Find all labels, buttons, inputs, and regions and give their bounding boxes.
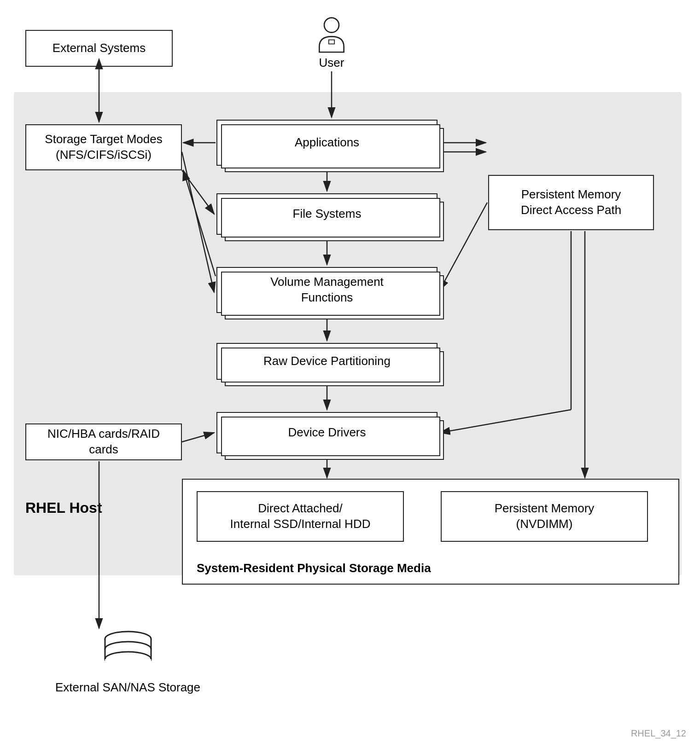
user-label: User	[319, 56, 344, 70]
storage-target-box: Storage Target Modes (NFS/CIFS/iSCSi)	[25, 124, 182, 170]
system-resident-box: Direct Attached/ Internal SSD/Internal H…	[182, 479, 679, 585]
svg-point-0	[324, 18, 339, 33]
volume-management-box: Volume Management Functions	[216, 267, 438, 313]
device-drivers-box: Device Drivers	[216, 412, 438, 453]
watermark: RHEL_34_12	[631, 728, 686, 739]
direct-attached-box: Direct Attached/ Internal SSD/Internal H…	[197, 491, 404, 542]
system-resident-label: System-Resident Physical Storage Media	[197, 561, 431, 575]
external-systems-box: External Systems	[25, 30, 173, 67]
user-icon: User	[313, 16, 350, 70]
svg-rect-7	[105, 659, 151, 667]
rhel-host-label: RHEL Host	[25, 499, 102, 516]
persistent-memory-nvdimm-box: Persistent Memory (NVDIMM)	[441, 491, 648, 542]
nic-hba-box: NIC/HBA cards/RAID cards	[25, 423, 182, 460]
file-systems-box: File Systems	[216, 193, 438, 235]
external-san-label: External SAN/NAS Storage	[55, 680, 200, 695]
svg-rect-1	[329, 40, 334, 44]
raw-device-box: Raw Device Partitioning	[216, 343, 438, 380]
applications-box: Applications	[216, 120, 438, 166]
persistent-memory-direct-box: Persistent Memory Direct Access Path	[488, 175, 654, 230]
external-san-icon: External SAN/NAS Storage	[55, 631, 200, 695]
diagram-container: User External Systems Storage Target Mod…	[0, 0, 700, 748]
